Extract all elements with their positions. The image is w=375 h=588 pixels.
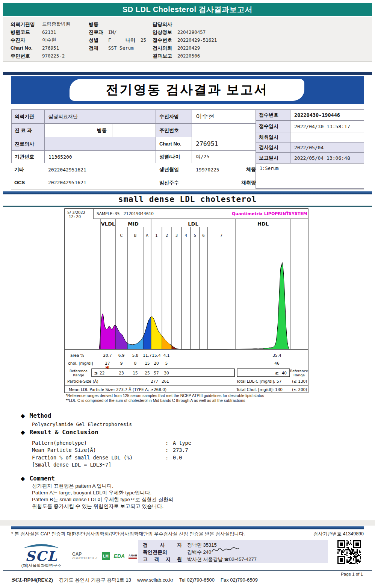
- qr-module: [359, 555, 360, 556]
- ref-value-hdl: 40: [282, 371, 287, 375]
- order-table-row: 생년월일19970225체중: [156, 163, 256, 176]
- lipoprint-brand: Quantimetrix LIPOPRINT: [232, 211, 289, 216]
- result-rows: Pattern(phenotype):A typeMean Particle S…: [32, 439, 191, 468]
- scl-organization: (재)서울의과학연구소: [17, 563, 66, 568]
- patient-info-row: 검체SST Serum: [89, 44, 146, 52]
- qr-module: [342, 550, 343, 552]
- order-field-label: 체중: [243, 163, 256, 176]
- qr-module: [346, 549, 348, 550]
- teal-rule: [3, 206, 372, 207]
- patient-info-row: 접수번호20220429-51621: [153, 36, 217, 44]
- result-value: 0.0: [173, 455, 182, 461]
- qr-module: [337, 549, 339, 550]
- qr-module: [349, 557, 350, 558]
- qr-module: [351, 557, 352, 558]
- qr-module: [343, 549, 344, 550]
- ref-range-label: Reference: [70, 369, 88, 373]
- qr-module: [346, 559, 348, 561]
- qr-module: [350, 550, 351, 552]
- qr-module: [360, 557, 361, 558]
- qr-module: [357, 550, 358, 552]
- result-note-row: [Small dense LDL = LDL3~7]: [32, 461, 191, 469]
- qr-module: [351, 562, 352, 563]
- handwritten-signature: [210, 545, 240, 556]
- form-number: SCL-RP04(REV.2): [11, 577, 53, 583]
- navy-bar: [3, 191, 372, 194]
- certification-line: * 본 검사실은 CAP 인증과 대한진단검사의학회/진단검사의학재단의 우수검…: [11, 531, 364, 537]
- order-table-row: 수진자명이수현: [156, 109, 256, 124]
- order-table-row: 임신주수채취량: [156, 176, 256, 189]
- qr-module: [339, 549, 340, 550]
- patient-field-value: 25: [141, 37, 146, 43]
- qr-module: [350, 557, 351, 558]
- area-value: 5.8: [132, 353, 139, 358]
- signature-name-value: 박사현 서울강남 ☎02-457-4277: [187, 556, 257, 563]
- particle-size-value: 277: [151, 379, 158, 383]
- qr-module: [357, 555, 358, 556]
- qr-module: [337, 553, 339, 554]
- lipoprint-brand: SYSTEM: [289, 211, 307, 216]
- qr-module: [350, 554, 351, 555]
- particle-size-value: 261: [162, 379, 169, 383]
- qr-module: [352, 549, 353, 550]
- chart-print-time: 12: 20: [69, 215, 81, 219]
- sub-band-label: A: [146, 233, 148, 238]
- result-note: [Small dense LDL = LDL3~7]: [32, 462, 165, 468]
- order-field-label: OCS: [11, 176, 44, 189]
- chol-value: 20: [154, 361, 159, 365]
- order-table-row: 성별/나이여/25: [156, 151, 256, 163]
- qr-module: [351, 549, 352, 550]
- qr-module: [350, 563, 351, 564]
- report-title: SD LDL Cholesterol 검사결과보고서: [122, 5, 253, 15]
- signature-role-label: 검 사 자: [143, 542, 182, 549]
- order-field-value: 1:Serum: [256, 164, 364, 171]
- qr-module: [355, 554, 357, 555]
- qr-module: [359, 562, 360, 563]
- qr-module: [359, 550, 360, 552]
- sample-id: 35 - 212019044610: [115, 211, 154, 216]
- sub-band-label: 5: [194, 233, 196, 238]
- order-field-value: 2022/05/04: [290, 142, 364, 152]
- qr-module: [345, 554, 346, 555]
- order-field-value: 여/25: [192, 153, 256, 160]
- result-label: Pattern(phenotype): [32, 440, 165, 446]
- navy-divider-strip: [3, 72, 372, 75]
- method-heading-row: ◆ Method: [21, 412, 51, 419]
- qr-module: [357, 559, 358, 561]
- qr-module: [357, 556, 358, 557]
- order-table-row: 기타2022042951621: [11, 163, 156, 176]
- order-table-row: 의뢰기관삼광의료재단: [11, 109, 156, 124]
- qr-code: [337, 540, 361, 564]
- sample-label: SAMPLE:: [97, 211, 113, 216]
- comment-line: Pattern A는 large, buoyant LDL이 우세한 type입…: [32, 489, 174, 496]
- order-table-left: 의뢰기관삼광의료재단진 료 과병동진료의사기관번호11365200기타20220…: [11, 109, 156, 189]
- qr-module: [351, 544, 352, 545]
- patient-field-value: 276951: [42, 45, 59, 51]
- qr-module: [353, 553, 354, 554]
- qr-module: [346, 562, 348, 563]
- qr-module: [349, 550, 350, 552]
- patient-field-label: 병원코드: [11, 29, 42, 36]
- chol-value: 9: [120, 361, 123, 365]
- qr-module: [355, 558, 357, 559]
- chart-print-date: 5/ 3/2022: [67, 211, 85, 215]
- qr-module: [358, 555, 359, 556]
- patient-field-value: 드림종합병원: [42, 21, 70, 27]
- signature-role-label: 고 객 지 원: [143, 556, 182, 563]
- signature-row: 고 객 지 원박사현 서울강남 ☎02-457-4277: [143, 556, 328, 563]
- qr-module: [348, 547, 349, 548]
- qr-module: [339, 550, 340, 552]
- patient-info-row: 임상정보2204290457: [153, 28, 217, 36]
- qr-module: [355, 556, 357, 557]
- qr-module: [353, 550, 354, 552]
- order-field-value: 삼광의료재단: [45, 110, 156, 123]
- sub-band-label: 7: [220, 233, 222, 238]
- qr-module: [354, 557, 355, 558]
- patient-info-column-1: 의뢰기관명드림종합병원병원코드62131수진자이수현Chart No.27695…: [11, 20, 70, 60]
- order-field-label: 접수번호: [256, 110, 290, 120]
- method-heading: Method: [30, 412, 51, 419]
- order-table-row: 접수일시2022/04/30 13:58:17: [256, 121, 364, 132]
- order-field-label: 채취량: [238, 176, 256, 189]
- patient-field-value: 2204290457: [177, 29, 206, 35]
- qr-module: [360, 554, 361, 555]
